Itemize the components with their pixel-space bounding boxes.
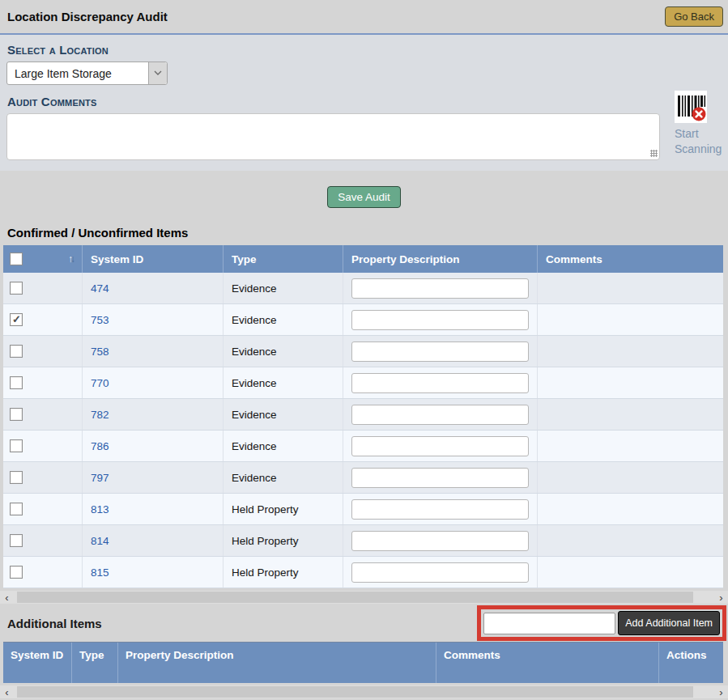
- scrollbar-thumb[interactable]: [17, 592, 693, 603]
- row-checkbox[interactable]: [10, 503, 23, 515]
- save-audit-button[interactable]: Save Audit: [327, 186, 401, 208]
- row-type: Evidence: [224, 336, 343, 367]
- cell-select: [3, 431, 83, 461]
- scrollbar-thumb[interactable]: [17, 686, 693, 698]
- audit-comments-textarea[interactable]: [6, 113, 660, 160]
- row-checkbox[interactable]: [10, 566, 23, 579]
- system-id-link[interactable]: 797: [91, 472, 109, 484]
- row-checkbox[interactable]: [10, 534, 23, 547]
- row-type: Held Property: [224, 494, 343, 524]
- table-row: 782 Evidence: [3, 399, 723, 431]
- scrollbar-track[interactable]: [14, 685, 714, 698]
- system-id-link[interactable]: 770: [91, 377, 109, 389]
- property-description-input[interactable]: [351, 562, 529, 583]
- scroll-left-icon[interactable]: [0, 591, 14, 604]
- chevron-down-icon: [148, 62, 167, 84]
- additional-items-table-header: System ID Type Property Description Comm…: [3, 642, 723, 683]
- row-type: Evidence: [224, 304, 343, 335]
- property-description-input[interactable]: [351, 531, 529, 551]
- cell-property-description: [343, 494, 538, 524]
- header-cell-select: ↑↓: [3, 245, 83, 273]
- row-type: Evidence: [224, 399, 343, 430]
- row-checkbox[interactable]: [10, 439, 23, 452]
- cell-select: [3, 462, 83, 493]
- additional-item-input[interactable]: [483, 613, 615, 634]
- system-id-link[interactable]: 758: [91, 346, 109, 358]
- header-cell-type[interactable]: Type: [224, 245, 343, 273]
- table-row: 753 Evidence: [3, 304, 723, 336]
- start-scanning-label[interactable]: Start Scanning: [675, 126, 722, 157]
- top-bar: Location Discrepancy Audit Go Back: [0, 0, 728, 35]
- row-comments: [538, 399, 723, 430]
- cell-property-description: [343, 525, 538, 556]
- system-id-link[interactable]: 814: [91, 535, 109, 547]
- property-description-input[interactable]: [351, 468, 529, 488]
- scroll-right-icon[interactable]: [714, 591, 728, 604]
- scroll-right-icon[interactable]: [714, 685, 728, 698]
- row-checkbox[interactable]: [10, 282, 23, 295]
- cell-system-id: 814: [83, 525, 224, 556]
- property-description-input[interactable]: [351, 342, 529, 362]
- table-row: 797 Evidence: [3, 462, 723, 494]
- go-back-button[interactable]: Go Back: [665, 6, 723, 27]
- select-all-checkbox[interactable]: [10, 252, 23, 265]
- resize-grip-icon[interactable]: [650, 150, 658, 157]
- row-checkbox[interactable]: [10, 408, 23, 421]
- confirmed-table-body: 474 Evidence 753 Evidence 758 Evidence: [3, 273, 723, 588]
- system-id-link[interactable]: 474: [91, 282, 109, 295]
- system-id-link[interactable]: 782: [91, 409, 109, 421]
- header-cell-actions: Actions: [659, 643, 723, 683]
- row-type: Evidence: [224, 431, 343, 461]
- confirmed-table-scrollbar[interactable]: [0, 591, 728, 604]
- scrollbar-track[interactable]: [14, 591, 714, 604]
- barcode-icon[interactable]: [675, 91, 707, 123]
- header-cell-system-id[interactable]: System ID: [83, 245, 224, 273]
- cell-select: [3, 336, 83, 367]
- row-checkbox[interactable]: [10, 376, 23, 389]
- row-checkbox[interactable]: [10, 313, 23, 326]
- sort-icon[interactable]: ↑↓: [68, 253, 75, 265]
- header-cell-comments[interactable]: Comments: [538, 245, 723, 273]
- property-description-input[interactable]: [351, 499, 529, 520]
- cell-property-description: [343, 273, 538, 303]
- cell-system-id: 474: [83, 273, 224, 303]
- scan-block[interactable]: Start Scanning: [675, 91, 722, 157]
- scroll-left-icon[interactable]: [0, 685, 14, 698]
- location-select[interactable]: Large Item Storage: [6, 62, 168, 85]
- property-description-input[interactable]: [351, 405, 529, 425]
- system-id-link[interactable]: 786: [91, 440, 109, 452]
- confirmed-table-header: ↑↓ System ID Type Property Description C…: [3, 245, 723, 273]
- property-description-input[interactable]: [351, 310, 529, 330]
- row-type: Held Property: [224, 557, 343, 588]
- cell-property-description: [343, 399, 538, 430]
- property-description-input[interactable]: [351, 436, 529, 456]
- table-row: 758 Evidence: [3, 336, 723, 367]
- row-type: Held Property: [224, 525, 343, 556]
- table-row: 814 Held Property: [3, 525, 723, 557]
- row-checkbox[interactable]: [10, 471, 23, 484]
- add-additional-item-button[interactable]: Add Additional Item: [618, 611, 720, 635]
- cell-select: [3, 273, 83, 303]
- row-comments: [538, 557, 723, 588]
- row-checkbox[interactable]: [10, 345, 23, 358]
- cell-system-id: 753: [83, 304, 224, 335]
- audit-comments-wrap: [6, 113, 660, 160]
- system-id-link[interactable]: 753: [91, 314, 109, 326]
- cell-system-id: 813: [83, 494, 224, 524]
- property-description-input[interactable]: [351, 373, 529, 393]
- system-id-link[interactable]: 813: [91, 503, 109, 515]
- row-comments: [538, 336, 723, 367]
- row-comments: [538, 431, 723, 461]
- header-cell-comments: Comments: [436, 643, 659, 683]
- header-cell-property-description[interactable]: Property Description: [343, 245, 538, 273]
- cell-select: [3, 494, 83, 524]
- system-id-link[interactable]: 815: [91, 566, 109, 579]
- cell-system-id: 815: [83, 557, 224, 588]
- cell-property-description: [343, 336, 538, 367]
- additional-table-scrollbar[interactable]: [0, 685, 728, 698]
- property-description-input[interactable]: [351, 278, 529, 299]
- row-type: Evidence: [224, 367, 343, 398]
- row-type: Evidence: [224, 462, 343, 493]
- cell-select: [3, 525, 83, 556]
- row-comments: [538, 494, 723, 524]
